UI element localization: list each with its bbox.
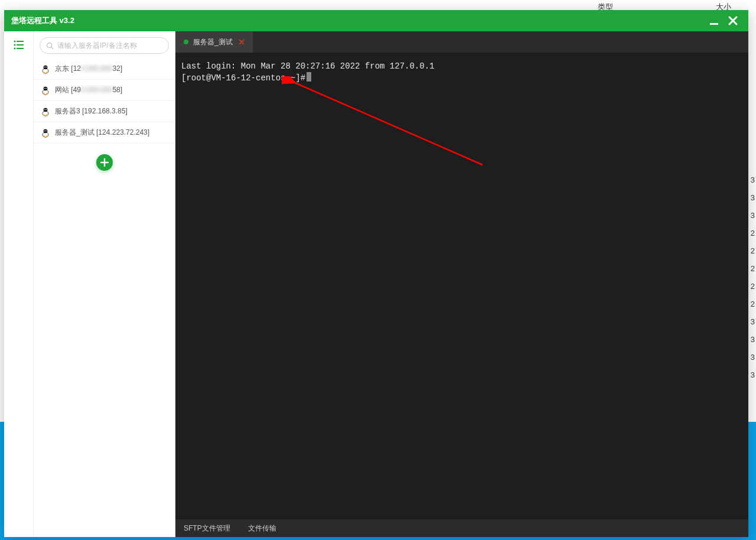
tab-close-icon[interactable]	[237, 38, 246, 46]
left-rail	[4, 31, 34, 537]
status-dot-icon	[184, 40, 188, 44]
svg-point-20	[45, 109, 47, 110]
server-item[interactable]: 网站 [490.000.00058]	[34, 80, 175, 101]
terminal[interactable]: Last login: Mon Mar 28 20:27:16 2022 fro…	[175, 53, 748, 519]
tab-server-test[interactable]: 服务器_测试	[175, 31, 253, 53]
server-label: 服务器3 [192.168.3.85]	[55, 106, 128, 116]
linux-icon	[41, 107, 50, 116]
menu-icon[interactable]	[11, 37, 27, 53]
svg-point-7	[47, 43, 52, 47]
svg-point-11	[44, 66, 45, 67]
svg-point-22	[44, 129, 48, 133]
svg-point-15	[44, 87, 45, 89]
server-label: 服务器_测试 [124.223.72.243]	[55, 128, 149, 138]
linux-icon	[41, 128, 50, 138]
svg-point-14	[44, 86, 48, 90]
tab-label: 服务器_测试	[193, 37, 233, 47]
svg-line-8	[51, 47, 53, 48]
terminal-line: Last login: Mon Mar 28 20:27:16 2022 fro…	[181, 61, 742, 72]
server-list: 京东 [120.000.00032] 网站 [490.000.00058] 服务…	[34, 58, 175, 144]
svg-rect-4	[17, 44, 24, 45]
svg-point-18	[44, 108, 48, 112]
server-item[interactable]: 服务器3 [192.168.3.85]	[34, 101, 175, 122]
server-item[interactable]: 京东 [120.000.00032]	[34, 58, 175, 80]
svg-line-25	[294, 82, 483, 165]
svg-point-24	[45, 130, 47, 131]
minimize-button[interactable]	[705, 10, 724, 31]
svg-point-1	[14, 40, 15, 42]
svg-point-10	[44, 65, 48, 69]
terminal-prompt: [root@VM-16-12-centos ~]#	[181, 72, 742, 84]
search-icon	[46, 42, 54, 50]
app-title: 堡塔远程工具 v3.2	[11, 15, 705, 26]
search-input[interactable]	[57, 41, 162, 50]
search-input-wrap[interactable]	[40, 37, 169, 54]
main-area: 服务器_测试 Last login: Mon Mar 28 20:27:16 2…	[175, 31, 748, 537]
tab-bar: 服务器_测试	[175, 31, 748, 53]
svg-point-5	[14, 47, 15, 49]
server-item[interactable]: 服务器_测试 [124.223.72.243]	[34, 122, 175, 144]
statusbar-sftp[interactable]: SFTP文件管理	[184, 523, 230, 534]
status-bar: SFTP文件管理 文件传输	[175, 519, 748, 537]
svg-point-12	[45, 66, 47, 67]
statusbar-transfer[interactable]: 文件传输	[248, 523, 276, 534]
titlebar[interactable]: 堡塔远程工具 v3.2	[4, 10, 748, 31]
svg-point-16	[45, 87, 47, 89]
bg-right-numbers: 333 222 223 333	[747, 171, 756, 540]
svg-rect-0	[710, 23, 718, 25]
app-window: 堡塔远程工具 v3.2	[4, 10, 748, 537]
annotation-arrow-icon	[282, 76, 494, 171]
add-server-button[interactable]	[96, 154, 113, 171]
sidebar: 京东 [120.000.00032] 网站 [490.000.00058] 服务…	[34, 31, 175, 537]
svg-point-23	[44, 130, 45, 131]
linux-icon	[41, 86, 50, 95]
close-button[interactable]	[724, 10, 742, 31]
linux-icon	[41, 64, 50, 74]
plus-icon	[100, 158, 109, 167]
svg-rect-2	[17, 41, 24, 42]
svg-point-19	[44, 109, 45, 110]
terminal-cursor	[307, 72, 311, 82]
server-label: 网站 [490.000.00058]	[55, 85, 122, 95]
server-label: 京东 [120.000.00032]	[55, 64, 122, 74]
svg-point-3	[14, 44, 15, 45]
svg-rect-6	[17, 48, 24, 49]
